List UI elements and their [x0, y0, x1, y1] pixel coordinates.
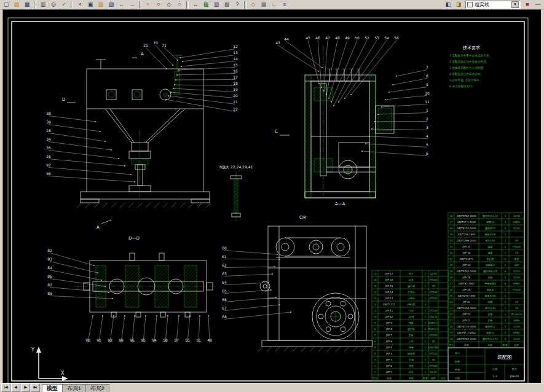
svg-text:32: 32 — [449, 251, 453, 254]
svg-text:GB/T1096-2003: GB/T1096-2003 — [457, 239, 476, 242]
svg-text:4: 4 — [374, 352, 376, 355]
svg-text:调整垫片: 调整垫片 — [486, 264, 495, 267]
zoom-prev-icon[interactable]: ○ — [175, 0, 184, 9]
zoom-window-icon[interactable]: ◇ — [164, 0, 174, 9]
svg-text:1: 1 — [425, 278, 427, 281]
svg-text:95: 95 — [141, 338, 146, 342]
svg-text:11: 11 — [373, 309, 377, 312]
svg-text:47: 47 — [325, 36, 330, 40]
print-icon[interactable]: ▥ — [38, 0, 48, 9]
tab-layout1[interactable]: 布局1 — [62, 384, 86, 392]
svg-text:1: 1 — [425, 315, 427, 318]
svg-text:HT200: HT200 — [429, 297, 438, 300]
svg-text:19: 19 — [233, 87, 238, 92]
svg-text:材料: 材料 — [514, 343, 519, 347]
svg-text:1: 1 — [425, 346, 427, 349]
svg-text:67: 67 — [222, 306, 227, 310]
svg-text:拉杆: 拉杆 — [408, 340, 414, 343]
paste-icon[interactable]: ▨ — [96, 0, 106, 9]
svg-text:92: 92 — [108, 338, 112, 342]
svg-text:数量: 数量 — [423, 377, 428, 380]
svg-text:57: 57 — [174, 338, 179, 342]
svg-text:36: 36 — [449, 227, 453, 230]
tab-nav-prev[interactable]: ◀ — [11, 383, 20, 392]
svg-text:2: 2 — [426, 117, 428, 121]
svg-text:HT200: HT200 — [429, 352, 438, 355]
open-icon[interactable]: ▤ — [12, 0, 22, 9]
svg-text:34: 34 — [46, 137, 51, 141]
svg-text:JXP-00: JXP-00 — [510, 375, 519, 378]
grid-icon[interactable]: ▦ — [259, 0, 269, 9]
svg-text:38: 38 — [449, 214, 453, 218]
svg-text:弹簧: 弹簧 — [409, 346, 414, 349]
help-icon[interactable]: ? — [232, 0, 242, 9]
toolbox-icon[interactable]: ▩ — [222, 0, 232, 9]
svg-text:HT200: HT200 — [429, 278, 438, 281]
svg-text:1: 1 — [426, 108, 428, 112]
properties-icon[interactable]: ▥ — [211, 0, 221, 9]
tab-nav-first[interactable]: |◀ — [1, 383, 10, 392]
svg-text:2: 2 — [505, 276, 507, 279]
preview-icon[interactable]: ◎ — [49, 0, 58, 9]
svg-text:轴承6206: 轴承6206 — [484, 233, 496, 236]
color-control-icon[interactable]: ■ — [522, 0, 532, 9]
chevron-down-icon[interactable]: ▼ — [511, 1, 519, 8]
svg-text:2: 2 — [505, 233, 507, 236]
svg-text:GB/T1171: GB/T1171 — [383, 303, 395, 306]
svg-text:5: 5 — [426, 143, 428, 147]
linetype-control-icon[interactable]: — — [533, 0, 543, 9]
redraw-icon[interactable]: ▩ — [201, 0, 211, 9]
svg-text:21: 21 — [449, 319, 453, 322]
ucs-x-label: X — [61, 370, 65, 376]
layer-states-icon[interactable]: ◧ — [443, 0, 453, 9]
svg-text:65Mn: 65Mn — [513, 221, 521, 224]
svg-text:65: 65 — [222, 289, 227, 293]
zoom-icon[interactable]: ○ — [154, 0, 164, 9]
pan-icon[interactable]: + — [143, 0, 153, 9]
match-icon[interactable]: ▧ — [106, 0, 116, 9]
svg-text:飞轮: 飞轮 — [409, 309, 414, 312]
view-section-dd: D—D — [74, 236, 215, 317]
undo-icon[interactable]: ← — [117, 0, 127, 9]
svg-text:26: 26 — [46, 154, 51, 159]
drawing-canvas[interactable]: A D A — [2, 9, 541, 384]
copy-icon[interactable]: ▣ — [85, 0, 95, 9]
ortho-icon[interactable]: ∟ — [269, 0, 279, 9]
tab-model[interactable]: 模型 — [42, 384, 63, 392]
datum-d: D — [62, 97, 65, 102]
svg-text:5: 5 — [374, 346, 376, 349]
svg-text:13: 13 — [373, 297, 377, 300]
spell-icon[interactable]: ✓ — [59, 0, 69, 9]
svg-text:JXP-7: JXP-7 — [385, 334, 393, 337]
tab-nav-last[interactable]: ▶| — [31, 383, 40, 392]
new-icon[interactable]: ▢ — [1, 0, 11, 9]
svg-text:JXP-15: JXP-15 — [385, 284, 393, 288]
svg-text:GB/T5782-2000: GB/T5782-2000 — [457, 214, 476, 218]
make-layer-icon[interactable]: ◨ — [454, 0, 463, 9]
svg-text:JXP-4: JXP-4 — [385, 352, 393, 355]
svg-text:20: 20 — [449, 325, 453, 328]
save-icon[interactable]: ▦ — [22, 0, 32, 9]
svg-text:18: 18 — [233, 81, 238, 85]
svg-text:序号: 序号 — [449, 343, 454, 347]
svg-text:3: 3 — [374, 358, 376, 361]
layers-icon[interactable]: ≡ — [280, 0, 290, 9]
svg-text:51: 51 — [196, 338, 201, 342]
tab-layout2[interactable]: 布局2 — [85, 384, 109, 392]
distance-icon[interactable]: ↔ — [191, 0, 200, 9]
svg-text:1.装配前所有零件必须清洗干净。: 1.装配前所有零件必须清洗干净。 — [449, 53, 492, 58]
cut-icon[interactable]: × — [75, 0, 85, 9]
tab-nav-next[interactable]: ▶ — [21, 383, 30, 392]
svg-text:4: 4 — [505, 337, 507, 340]
svg-text:45: 45 — [306, 36, 310, 40]
svg-text:96: 96 — [46, 171, 51, 176]
svg-text:4: 4 — [505, 221, 507, 224]
osnap-icon[interactable]: ◇ — [248, 0, 258, 9]
svg-text:底座: 底座 — [409, 364, 414, 367]
svg-text:4.装配后进行空载试运转。: 4.装配后进行空载试运转。 — [449, 73, 483, 76]
svg-text:60: 60 — [222, 246, 227, 250]
ucs-icon: Y X — [31, 347, 68, 381]
svg-text:1: 1 — [505, 239, 507, 242]
redo-icon[interactable]: → — [127, 0, 137, 9]
layer-combo[interactable]: 粗实线 ▼ — [465, 1, 521, 9]
